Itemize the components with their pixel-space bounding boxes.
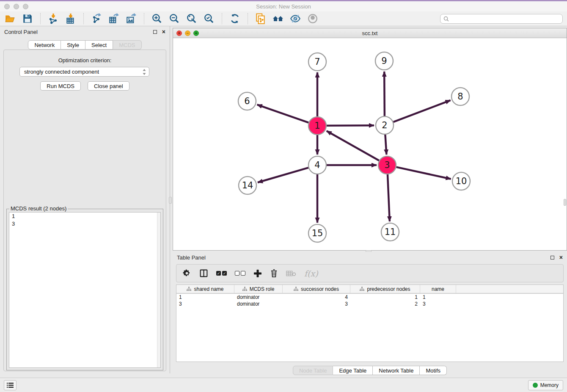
task-history-button[interactable] (4, 380, 17, 390)
zoom-selected-icon[interactable] (203, 13, 215, 25)
column-header-MCDS-role[interactable]: MCDS role (234, 285, 283, 293)
function-builder-icon[interactable]: f(x) (304, 269, 318, 278)
tab-motifs[interactable]: Motifs (420, 366, 447, 375)
copy-network-icon[interactable] (255, 13, 267, 25)
show-all-icon[interactable] (307, 13, 319, 25)
tab-mcds[interactable]: MCDS (113, 40, 141, 50)
graph-node-11[interactable]: 11 (381, 223, 399, 241)
app-traffic-lights[interactable] (4, 4, 28, 9)
select-all-columns-icon[interactable]: ✓✓ (216, 271, 227, 276)
table-cell: 1 (420, 294, 456, 301)
mcds-result-item[interactable]: 1 (9, 213, 160, 220)
column-header-predecessor-nodes[interactable]: predecessor nodes (350, 285, 420, 293)
float-panel-icon[interactable] (550, 256, 554, 259)
hide-selected-icon[interactable] (289, 13, 301, 25)
deselect-all-columns-icon[interactable] (235, 271, 245, 276)
graph-edge-2-8[interactable] (394, 100, 451, 122)
tab-node-table[interactable]: Node Table (293, 366, 333, 375)
toolbar-separator (40, 13, 41, 24)
import-table-icon[interactable] (65, 13, 77, 25)
search-field[interactable] (440, 14, 563, 24)
memory-button[interactable]: Memory (528, 380, 563, 390)
graph-edge-2-3[interactable] (385, 135, 386, 155)
scrollbar-track[interactable] (157, 213, 160, 367)
graph-node-label: 4 (314, 160, 320, 170)
mcds-tab-content: Optimization criterion: strongly connect… (3, 50, 166, 371)
network-graph[interactable]: 7968124314101511 (173, 38, 567, 250)
open-file-icon[interactable] (4, 13, 16, 25)
graph-node-14[interactable]: 14 (239, 177, 256, 194)
app-titlebar: Session: New Session (0, 1, 567, 11)
zoom-out-icon[interactable] (168, 13, 180, 25)
graph-edge-3-1[interactable] (327, 131, 379, 160)
tab-network[interactable]: Network (28, 40, 61, 50)
graph-node-label: 9 (381, 56, 387, 66)
network-canvas[interactable]: 7968124314101511 (173, 38, 567, 250)
table-row[interactable]: 3dominator323 (176, 301, 563, 307)
search-input[interactable] (451, 16, 559, 22)
close-window-button[interactable] (4, 4, 10, 9)
close-panel-icon[interactable]: × (162, 29, 165, 35)
network-window-titlebar[interactable]: × − + scc.txt (173, 28, 567, 38)
zoom-fit-icon[interactable] (186, 13, 198, 25)
tab-select[interactable]: Select (85, 40, 113, 50)
table-row[interactable]: 1dominator411 (176, 294, 563, 301)
graph-edge-2-9[interactable] (384, 72, 385, 116)
table-panel-title: Table Panel (177, 254, 206, 261)
delete-column-icon[interactable] (270, 269, 278, 278)
graph-node-6[interactable]: 6 (238, 92, 256, 110)
mcds-result-list[interactable]: 13 (9, 212, 161, 368)
minimize-network-button[interactable]: − (185, 30, 190, 36)
zoom-in-icon[interactable] (151, 13, 163, 25)
settings-gear-icon[interactable] (182, 269, 191, 278)
graph-edge-3-11[interactable] (388, 174, 390, 221)
graph-node-1[interactable]: 1 (308, 117, 326, 135)
graph-edge-3-10[interactable] (396, 167, 451, 179)
graph-node-4[interactable]: 4 (308, 156, 326, 174)
mcds-result-fieldset: MCDS result (2 nodes) 13 (6, 209, 163, 370)
export-image-icon[interactable] (125, 13, 137, 25)
tab-network-table[interactable]: Network Table (373, 366, 420, 375)
graph-node-7[interactable]: 7 (308, 53, 326, 71)
optimization-criterion-select[interactable]: strongly connected component (19, 67, 149, 77)
graph-edge-1-2[interactable] (327, 125, 374, 126)
column-tree-icon (187, 287, 191, 291)
first-neighbors-icon[interactable] (272, 13, 284, 25)
column-header-name[interactable]: name (420, 285, 456, 293)
table-tabs: Node Table Edge Table Network Table Moti… (173, 366, 567, 375)
mcds-result-item[interactable]: 3 (9, 220, 160, 228)
tab-edge-table[interactable]: Edge Table (333, 366, 373, 375)
graph-node-label: 6 (244, 96, 250, 106)
export-table-icon[interactable] (108, 13, 120, 25)
maximize-network-button[interactable]: + (193, 30, 199, 36)
delete-table-icon[interactable] (286, 270, 296, 277)
save-session-icon[interactable] (22, 13, 33, 25)
column-header-successor-nodes[interactable]: successor nodes (283, 285, 350, 293)
close-network-button[interactable]: × (176, 30, 182, 36)
minimize-window-button[interactable] (14, 4, 19, 9)
graph-node-10[interactable]: 10 (452, 172, 470, 190)
table-cell: 2 (350, 301, 420, 307)
graph-edge-4-14[interactable] (258, 168, 308, 182)
run-mcds-button[interactable]: Run MCDS (40, 81, 81, 91)
add-column-icon[interactable] (253, 269, 262, 278)
split-handle-right[interactable] (564, 199, 566, 206)
tab-style[interactable]: Style (61, 40, 85, 50)
close-panel-icon[interactable]: × (559, 254, 563, 260)
refresh-view-icon[interactable] (229, 13, 241, 25)
split-handle-vertical[interactable] (169, 197, 172, 204)
float-panel-icon[interactable] (153, 30, 157, 34)
graph-node-15[interactable]: 15 (308, 224, 326, 242)
close-panel-button[interactable]: Close panel (88, 81, 129, 91)
column-chooser-icon[interactable] (199, 269, 208, 278)
graph-node-2[interactable]: 2 (376, 116, 394, 134)
graph-edge-1-6[interactable] (257, 105, 309, 122)
graph-node-9[interactable]: 9 (375, 52, 393, 70)
graph-node-8[interactable]: 8 (451, 88, 469, 105)
import-network-icon[interactable] (47, 13, 59, 25)
zoom-window-button[interactable] (23, 4, 28, 9)
graph-node-3[interactable]: 3 (378, 156, 396, 174)
export-network-icon[interactable] (91, 13, 102, 25)
table-header-row: shared nameMCDS rolesuccessor nodesprede… (176, 285, 563, 294)
column-header-shared-name[interactable]: shared name (176, 285, 234, 293)
